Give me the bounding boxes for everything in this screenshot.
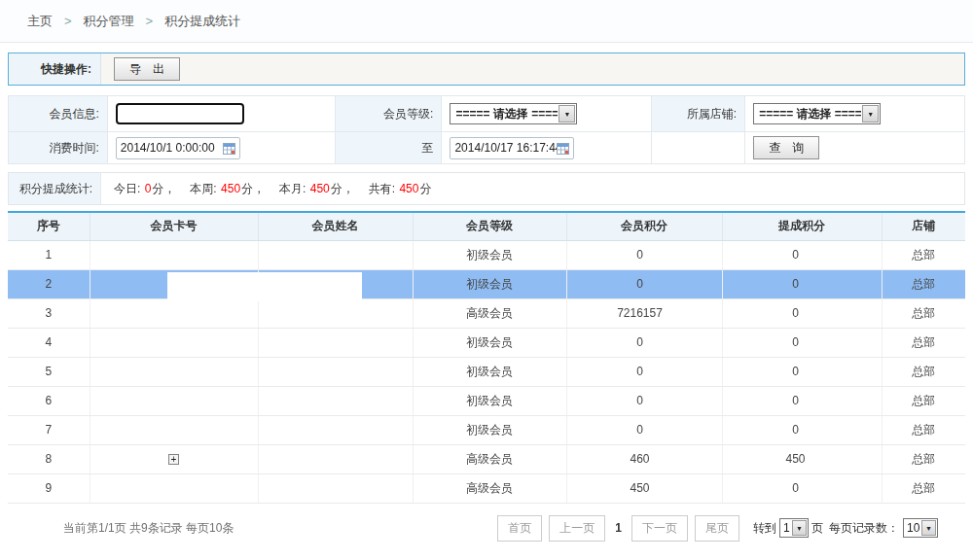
stat-item: 今日: 0分， <box>114 181 175 197</box>
column-header: 会员等级 <box>413 212 566 240</box>
expand-icon[interactable]: + <box>168 454 179 465</box>
cell-card-number <box>90 240 258 269</box>
chevron-down-icon[interactable]: ▼ <box>792 520 807 536</box>
prev-page-button[interactable]: 上一页 <box>549 515 605 542</box>
cell-member-name <box>258 357 413 386</box>
chevron-down-icon[interactable]: ▼ <box>862 105 879 122</box>
calendar-icon[interactable] <box>557 142 569 155</box>
cell-card-number <box>90 357 258 386</box>
cell-index: 4 <box>8 328 90 357</box>
breadcrumb-separator: > <box>64 14 72 28</box>
column-header: 会员积分 <box>566 212 722 240</box>
store-selected-value: ===== 请选择 ===== <box>754 106 861 122</box>
cell-member-points: 0 <box>566 269 722 298</box>
cell-member-points: 0 <box>566 386 722 415</box>
cell-card-number <box>90 473 258 503</box>
stat-name: 本周: <box>190 182 220 195</box>
cell-member-name <box>258 444 413 473</box>
table-row[interactable]: 7初级会员00总部 <box>8 415 965 444</box>
cell-member-level: 初级会员 <box>413 415 566 444</box>
cell-commission-points: 0 <box>722 386 882 415</box>
cell-index: 3 <box>8 298 90 328</box>
time-from-field <box>116 137 240 159</box>
first-page-button[interactable]: 首页 <box>497 515 542 542</box>
search-button[interactable]: 查 询 <box>753 136 819 159</box>
table-row[interactable]: 4初级会员00总部 <box>8 328 965 357</box>
cell-member-level: 初级会员 <box>413 269 566 298</box>
next-page-button[interactable]: 下一页 <box>631 515 688 542</box>
goto-label: 转到 <box>753 520 776 537</box>
cell-store: 总部 <box>882 240 965 269</box>
cell-store: 总部 <box>882 444 965 473</box>
cell-commission-points: 0 <box>722 240 882 269</box>
per-page-select[interactable]: 10 ▼ <box>903 518 938 538</box>
cell-card-number: + <box>90 444 258 473</box>
table-row[interactable]: 2初级会员00总部 <box>8 269 965 298</box>
cell-member-level: 高级会员 <box>413 298 566 328</box>
stats-content: 今日: 0分，本周: 450分，本月: 450分，共有: 450分 <box>101 173 446 204</box>
filter-form: 会员信息: 会员等级: ===== 请选择 ===== ▼ 所属店铺: ====… <box>8 95 965 164</box>
stat-suffix: 分 <box>419 182 431 195</box>
results-table-wrap: 序号会员卡号会员姓名会员等级会员积分提成积分店铺 1初级会员00总部2初级会员0… <box>8 211 965 504</box>
member-info-input[interactable] <box>116 103 244 124</box>
cell-store: 总部 <box>882 473 965 503</box>
stat-name: 共有: <box>369 182 399 195</box>
cell-store: 总部 <box>882 328 965 357</box>
stat-suffix: 分， <box>152 182 175 195</box>
to-label: 至 <box>335 132 442 164</box>
cell-member-points: 7216157 <box>566 298 722 328</box>
time-to-input[interactable] <box>454 141 557 155</box>
stat-suffix: 分， <box>331 182 354 195</box>
breadcrumb-item: 积分提成统计 <box>164 13 240 30</box>
chevron-down-icon[interactable]: ▼ <box>559 105 575 122</box>
cell-member-name <box>258 473 413 503</box>
cell-index: 9 <box>8 473 90 503</box>
redaction-patch <box>167 272 362 301</box>
table-row[interactable]: 8+高级会员460450总部 <box>8 444 965 473</box>
chevron-down-icon[interactable]: ▼ <box>921 520 936 536</box>
cell-member-name <box>258 328 413 357</box>
stat-item: 共有: 450分 <box>369 181 432 197</box>
cell-index: 1 <box>8 240 90 269</box>
breadcrumb-item[interactable]: 积分管理 <box>84 13 134 30</box>
goto-page-value: 1 <box>780 521 791 535</box>
table-row[interactable]: 3高级会员72161570总部 <box>8 298 965 328</box>
member-level-selected-value: ===== 请选择 ===== <box>450 106 558 122</box>
stat-item: 本周: 450分， <box>190 181 265 197</box>
cell-card-number <box>90 298 258 328</box>
quick-actions-bar: 快捷操作: 导 出 <box>8 52 965 86</box>
cell-index: 8 <box>8 444 90 473</box>
quick-actions-label: 快捷操作: <box>9 53 101 85</box>
calendar-icon[interactable] <box>223 142 235 155</box>
cell-card-number <box>90 386 258 415</box>
cell-member-level: 高级会员 <box>413 473 566 503</box>
cell-commission-points: 0 <box>722 357 882 386</box>
cell-member-points: 450 <box>566 473 722 503</box>
cell-member-level: 高级会员 <box>413 444 566 473</box>
breadcrumb: 主页>积分管理>积分提成统计 <box>0 0 973 43</box>
table-row[interactable]: 1初级会员00总部 <box>8 240 965 269</box>
cell-commission-points: 0 <box>722 473 882 503</box>
table-row[interactable]: 6初级会员00总部 <box>8 386 965 415</box>
cell-member-level: 初级会员 <box>413 240 566 269</box>
breadcrumb-item[interactable]: 主页 <box>27 13 53 30</box>
cell-member-level: 初级会员 <box>413 386 566 415</box>
member-level-select[interactable]: ===== 请选择 ===== ▼ <box>450 103 577 124</box>
cell-index: 6 <box>8 386 90 415</box>
time-from-input[interactable] <box>121 141 223 155</box>
cell-member-points: 460 <box>566 444 722 473</box>
cell-commission-points: 450 <box>722 444 882 473</box>
table-row[interactable]: 9高级会员4500总部 <box>8 473 965 503</box>
column-header: 店铺 <box>882 212 965 240</box>
table-row[interactable]: 5初级会员00总部 <box>8 357 965 386</box>
table-header-row: 序号会员卡号会员姓名会员等级会员积分提成积分店铺 <box>8 212 965 240</box>
stat-name: 今日: <box>114 182 144 195</box>
store-select[interactable]: ===== 请选择 ===== ▼ <box>753 103 881 124</box>
cell-store: 总部 <box>882 386 965 415</box>
export-button[interactable]: 导 出 <box>114 57 180 81</box>
cell-member-name <box>258 298 413 328</box>
last-page-button[interactable]: 尾页 <box>695 515 739 542</box>
goto-page-select[interactable]: 1 ▼ <box>779 518 809 538</box>
cell-member-points: 0 <box>566 240 722 269</box>
main-content: 快捷操作: 导 出 会员信息: 会员等级: ===== 请选择 ===== ▼ … <box>8 52 965 542</box>
